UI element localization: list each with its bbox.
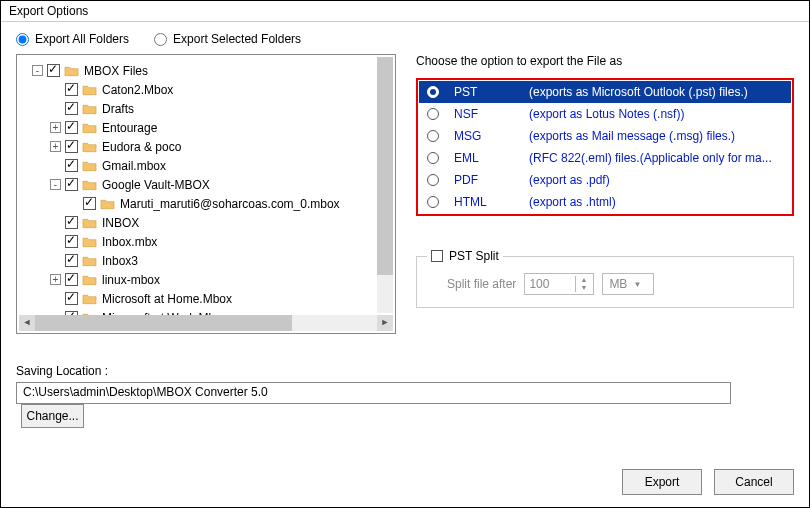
folder-icon [82,103,97,115]
radio-icon [427,196,439,208]
dialog-title: Export Options [1,1,809,22]
tree-item[interactable]: Maruti_maruti6@soharcoas.com_0.mbox [17,194,395,213]
format-option-html[interactable]: HTML(export as .html) [419,191,791,213]
spin-up-icon[interactable]: ▲ [575,276,591,284]
tree-item[interactable]: Inbox.mbx [17,232,395,251]
format-desc: (export as Lotus Notes (.nsf)) [529,107,684,121]
folder-tree[interactable]: -MBOX FilesCaton2.MboxDrafts+Entourage+E… [16,54,396,334]
tree-item-label: Entourage [102,121,157,135]
collapse-icon[interactable]: - [32,65,43,76]
tree-item-label: Inbox3 [102,254,138,268]
change-button[interactable]: Change... [21,404,84,428]
tree-item[interactable]: Microsoft at Home.Mbox [17,289,395,308]
tree-item[interactable]: Caton2.Mbox [17,80,395,99]
folder-icon [82,255,97,267]
tree-item-label: Inbox.mbx [102,235,157,249]
format-name: MSG [454,129,514,143]
radio-export-all[interactable]: Export All Folders [16,32,129,46]
tree-checkbox[interactable] [65,159,78,172]
folder-icon [82,217,97,229]
pst-split-checkbox[interactable] [431,250,443,262]
format-desc: (RFC 822(.eml) files.(Applicable only fo… [529,151,772,165]
folder-icon [82,160,97,172]
format-desc: (export as .pdf) [529,173,610,187]
radio-icon [427,130,439,142]
radio-export-selected[interactable]: Export Selected Folders [154,32,301,46]
tree-item[interactable]: INBOX [17,213,395,232]
split-unit-value: MB [609,277,627,291]
tree-item-label: linux-mbox [102,273,160,287]
tree-checkbox[interactable] [65,235,78,248]
folder-icon [82,141,97,153]
scroll-left-icon[interactable]: ◄ [19,315,35,331]
tree-checkbox[interactable] [65,216,78,229]
tree-item[interactable]: -Google Vault-MBOX [17,175,395,194]
expand-icon[interactable]: + [50,141,61,152]
tree-checkbox[interactable] [65,140,78,153]
tree-item[interactable]: Inbox3 [17,251,395,270]
pst-split-group: PST Split Split file after ▲ ▼ MB ▼ [416,256,794,308]
tree-checkbox[interactable] [65,254,78,267]
format-name: EML [454,151,514,165]
tree-item[interactable]: +Eudora & poco [17,137,395,156]
format-list: PST(exports as Microsoft Outlook (.pst) … [416,78,794,216]
radio-export-selected-input[interactable] [154,33,167,46]
tree-item-label: Eudora & poco [102,140,181,154]
folder-icon [82,274,97,286]
format-name: PDF [454,173,514,187]
tree-item-label: Drafts [102,102,134,116]
radio-export-selected-label: Export Selected Folders [173,32,301,46]
collapse-icon[interactable]: - [50,179,61,190]
expand-icon[interactable]: + [50,274,61,285]
tree-checkbox[interactable] [65,83,78,96]
tree-checkbox[interactable] [83,197,96,210]
expand-icon[interactable]: + [50,122,61,133]
folder-icon [82,122,97,134]
format-option-pst[interactable]: PST(exports as Microsoft Outlook (.pst) … [419,81,791,103]
tree-checkbox[interactable] [47,64,60,77]
tree-item-label: Google Vault-MBOX [102,178,210,192]
chevron-down-icon: ▼ [633,280,641,289]
folder-icon [82,293,97,305]
spin-down-icon[interactable]: ▼ [575,284,591,292]
scroll-right-icon[interactable]: ► [377,315,393,331]
tree-checkbox[interactable] [65,273,78,286]
format-name: PST [454,85,514,99]
saving-location-path[interactable]: C:\Users\admin\Desktop\MBOX Converter 5.… [16,382,731,404]
radio-export-all-input[interactable] [16,33,29,46]
tree-item[interactable]: Gmail.mbox [17,156,395,175]
tree-item[interactable]: Drafts [17,99,395,118]
tree-item[interactable]: +linux-mbox [17,270,395,289]
tree-checkbox[interactable] [65,121,78,134]
tree-checkbox[interactable] [65,292,78,305]
folder-icon [82,236,97,248]
pst-split-title: PST Split [449,249,499,263]
tree-vscroll[interactable] [377,57,393,313]
format-option-nsf[interactable]: NSF(export as Lotus Notes (.nsf)) [419,103,791,125]
format-desc: (exports as Mail message (.msg) files.) [529,129,735,143]
tree-item[interactable]: -MBOX Files [17,61,395,80]
choose-format-label: Choose the option to export the File as [416,54,794,68]
folder-icon [82,179,97,191]
tree-item-label: Gmail.mbox [102,159,166,173]
tree-item-label: Maruti_maruti6@soharcoas.com_0.mbox [120,197,340,211]
tree-checkbox[interactable] [65,102,78,115]
format-desc: (exports as Microsoft Outlook (.pst) fil… [529,85,748,99]
tree-item-label: Caton2.Mbox [102,83,173,97]
saving-location-label: Saving Location : [16,364,794,378]
format-option-msg[interactable]: MSG(exports as Mail message (.msg) files… [419,125,791,147]
tree-item[interactable]: +Entourage [17,118,395,137]
format-option-pdf[interactable]: PDF(export as .pdf) [419,169,791,191]
split-size-input[interactable] [525,275,575,293]
tree-hscroll[interactable]: ◄ ► [19,315,393,331]
split-after-label: Split file after [447,277,516,291]
cancel-button[interactable]: Cancel [714,469,794,495]
radio-icon [427,86,439,98]
tree-item-label: Microsoft at Home.Mbox [102,292,232,306]
radio-icon [427,174,439,186]
tree-checkbox[interactable] [65,178,78,191]
split-unit-select[interactable]: MB ▼ [602,273,654,295]
format-option-eml[interactable]: EML(RFC 822(.eml) files.(Applicable only… [419,147,791,169]
export-button[interactable]: Export [622,469,702,495]
folder-icon [100,198,115,210]
